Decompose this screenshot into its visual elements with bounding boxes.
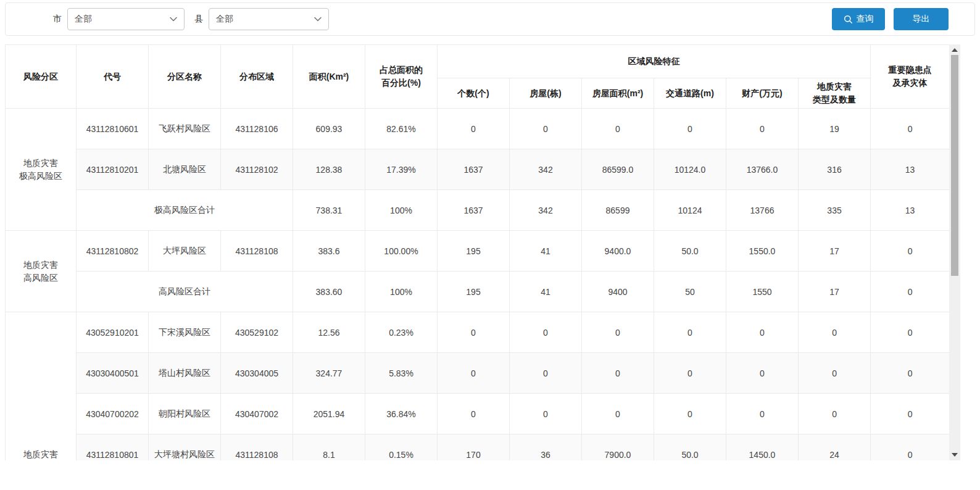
export-button[interactable]: 导出: [894, 8, 949, 30]
cell-roads: 50.0: [654, 231, 726, 272]
cell-code: 43052910201: [77, 312, 149, 353]
city-select[interactable]: 全部: [67, 8, 185, 30]
cell-house-area: 7900.0: [582, 434, 654, 461]
cell-name: 大坪塘村风险区: [149, 434, 221, 461]
cell-houses: 342: [510, 149, 582, 190]
cell-roads: 0: [654, 312, 726, 353]
county-select-value: 全部: [216, 14, 233, 25]
chevron-down-icon: [169, 15, 178, 23]
cell-region: 431128108: [221, 231, 293, 272]
cell-region: 431128108: [221, 434, 293, 461]
cell-count: 195: [438, 231, 510, 272]
cell-house-area: 0: [582, 312, 654, 353]
cell-area: 2051.94: [293, 394, 365, 434]
cell-hazards: 0: [799, 353, 871, 394]
cell-property: 13766.0: [726, 149, 799, 190]
cell-important: 0: [871, 434, 949, 461]
table-viewport: 风险分区 代号 分区名称 分布区域 面积(Km²) 占总面积的 百分比(%) 区…: [5, 44, 949, 460]
col-header-count: 个数(个): [438, 78, 510, 109]
col-header-property: 财产(万元): [726, 78, 799, 109]
cell-property: 0: [726, 394, 799, 434]
cell-area: 609.93: [293, 109, 365, 149]
cell-count: 0: [438, 312, 510, 353]
cell-pct: 36.84%: [365, 394, 438, 434]
cell-area: 383.6: [293, 231, 365, 272]
cell-hazards: 0: [799, 312, 871, 353]
subtotal-label: 极高风险区合计: [77, 190, 293, 231]
header-row-1: 风险分区 代号 分区名称 分布区域 面积(Km²) 占总面积的 百分比(%) 区…: [6, 45, 950, 78]
cell-property: 1550: [726, 272, 799, 312]
scroll-up-arrow-icon[interactable]: [952, 48, 958, 52]
cell-code: 43112810802: [77, 231, 149, 272]
vertical-scrollbar[interactable]: [949, 44, 960, 460]
col-header-name: 分区名称: [149, 45, 221, 109]
cell-region: 430407002: [221, 394, 293, 434]
table-row: 43112810201 北塘风险区 431128102 128.38 17.39…: [6, 149, 950, 190]
county-label: 县: [194, 14, 203, 25]
cell-count: 195: [438, 272, 510, 312]
cell-roads: 50: [654, 272, 726, 312]
chevron-down-icon: [314, 15, 322, 23]
table-row: 43030400501 塔山村风险区 430304005 324.77 5.83…: [6, 353, 950, 394]
cell-area: 12.56: [293, 312, 365, 353]
cell-count: 170: [438, 434, 510, 461]
cell-hazards: 335: [799, 190, 871, 231]
cell-count: 0: [438, 353, 510, 394]
cell-pct: 0.23%: [365, 312, 438, 353]
cell-property: 0: [726, 312, 799, 353]
cell-hazards: 316: [799, 149, 871, 190]
cell-pct: 0.15%: [365, 434, 438, 461]
cell-hazards: 19: [799, 109, 871, 149]
cell-house-area: 86599.0: [582, 149, 654, 190]
cell-roads: 0: [654, 353, 726, 394]
cell-important: 0: [871, 394, 949, 434]
cell-houses: 41: [510, 231, 582, 272]
cell-count: 0: [438, 394, 510, 434]
cell-name: 北塘风险区: [149, 149, 221, 190]
cell-code: 43112810801: [77, 434, 149, 461]
cell-important: 0: [871, 353, 949, 394]
scroll-down-arrow-icon[interactable]: [952, 453, 958, 457]
col-header-percent: 占总面积的 百分比(%): [365, 45, 438, 109]
cell-area: 324.77: [293, 353, 365, 394]
cell-area: 738.31: [293, 190, 365, 231]
col-header-important: 重要隐患点 及承灾体: [871, 45, 949, 109]
cell-hazards: 24: [799, 434, 871, 461]
cell-houses: 342: [510, 190, 582, 231]
cell-house-area: 9400: [582, 272, 654, 312]
cell-area: 128.38: [293, 149, 365, 190]
cell-roads: 0: [654, 109, 726, 149]
table-row: 地质灾害 43052910201 下宋溪风险区 430529102 12.56 …: [6, 312, 950, 353]
table-row: 地质灾害 高风险区 43112810802 大坪风险区 431128108 38…: [6, 231, 950, 272]
city-label: 市: [53, 14, 62, 25]
col-header-roads: 交通道路(m): [654, 78, 726, 109]
col-header-hazards: 地质灾害 类型及数量: [799, 78, 871, 109]
county-select[interactable]: 全部: [209, 8, 329, 30]
cell-house-area: 9400.0: [582, 231, 654, 272]
cell-hazards: 0: [799, 394, 871, 434]
cell-region: 431128102: [221, 149, 293, 190]
cell-name: 飞跃村风险区: [149, 109, 221, 149]
cell-house-area: 0: [582, 394, 654, 434]
cell-code: 43112810601: [77, 109, 149, 149]
cell-important: 0: [871, 231, 949, 272]
col-header-houses: 房屋(栋): [510, 78, 582, 109]
cell-hazards: 17: [799, 231, 871, 272]
cell-name: 朝阳村风险区: [149, 394, 221, 434]
cell-house-area: 86599: [582, 190, 654, 231]
cell-count: 0: [438, 109, 510, 149]
cell-house-area: 0: [582, 353, 654, 394]
query-button[interactable]: 查询: [832, 8, 885, 30]
col-header-code: 代号: [77, 45, 149, 109]
scrollbar-thumb[interactable]: [951, 55, 958, 276]
cell-pct: 100.00%: [365, 231, 438, 272]
cell-name: 下宋溪风险区: [149, 312, 221, 353]
cell-roads: 10124: [654, 190, 726, 231]
cell-name: 大坪风险区: [149, 231, 221, 272]
filter-toolbar: 市 全部 县 全部 查询 导出: [5, 2, 975, 36]
cell-important: 0: [871, 109, 949, 149]
cell-roads: 0: [654, 394, 726, 434]
col-group-header-risk-features: 区域风险特征: [438, 45, 871, 78]
cell-houses: 0: [510, 312, 582, 353]
cell-count: 1637: [438, 190, 510, 231]
